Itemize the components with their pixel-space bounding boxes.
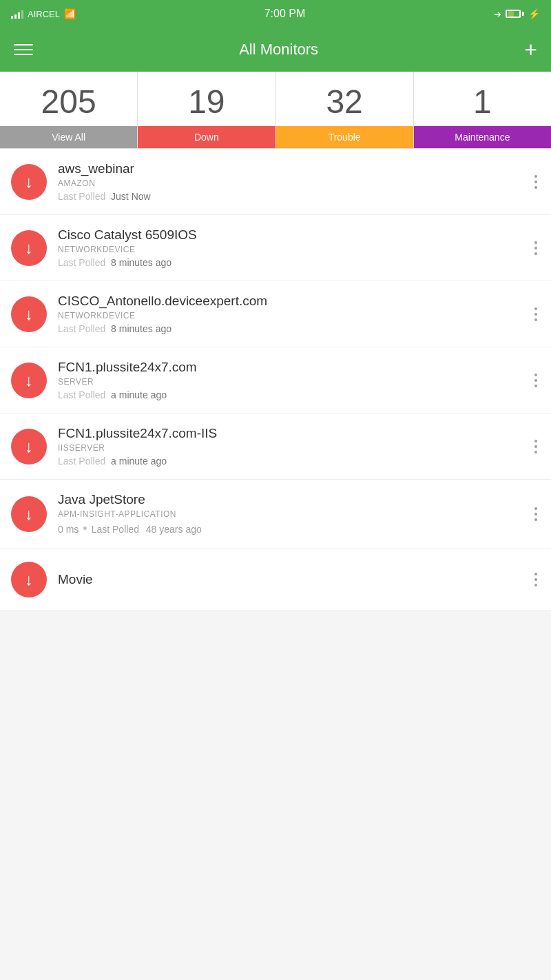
status-icon-down: ↓ [11,296,47,332]
response-time: 0 ms [58,524,79,535]
monitor-name: FCN1.plussite24x7.com-IIS [58,426,521,441]
status-bar-left: AIRCEL 📶 [11,8,76,19]
monitor-list: ↓ aws_webinar AMAZON Last Polled Just No… [0,149,551,610]
stat-label-down[interactable]: Down [138,126,275,148]
charging-icon: ⚡ [528,8,540,19]
more-options-button[interactable] [532,437,540,456]
more-options-button[interactable] [532,504,540,524]
stat-number-down: 19 [138,72,275,126]
stat-number-trouble: 32 [276,72,413,126]
monitor-info: CISCO_Antonello.deviceexpert.com NETWORK… [58,294,521,334]
monitor-item-fcn1-plussite[interactable]: ↓ FCN1.plussite24x7.com SERVER Last Poll… [0,347,551,414]
more-options-button[interactable] [532,238,540,258]
status-icon-down: ↓ [11,496,47,532]
menu-button[interactable] [14,44,33,55]
monitor-info: Movie [58,572,521,587]
monitor-name: Movie [58,572,521,587]
monitor-name: FCN1.plussite24x7.com [58,360,521,375]
monitor-name: Cisco Catalyst 6509IOS [58,227,521,243]
monitor-poll: Last Polled Just Now [58,191,521,202]
status-bar-time: 7:00 PM [264,8,306,20]
monitor-name: CISCO_Antonello.deviceexpert.com [58,294,521,309]
monitor-info: Java JpetStore APM-Insight-Application 0… [58,492,521,536]
monitor-item-cisco-catalyst[interactable]: ↓ Cisco Catalyst 6509IOS NETWORKDEVICE L… [0,215,551,281]
battery-icon [506,10,524,18]
monitor-poll: Last Polled 8 minutes ago [58,323,521,334]
stat-card-maintenance[interactable]: 1 Maintenance [414,72,551,148]
monitor-type: IISSERVER [58,443,521,453]
monitor-item-fcn1-plussite-iis[interactable]: ↓ FCN1.plussite24x7.com-IIS IISSERVER La… [0,414,551,480]
monitor-type: NETWORKDEVICE [58,245,521,254]
status-icon-down: ↓ [11,429,47,465]
status-icon-down: ↓ [11,164,47,200]
monitor-poll: Last Polled 8 minutes ago [58,257,521,268]
stats-row: 205 View All 19 Down 32 Trouble 1 Mainte… [0,72,551,149]
stat-number-view-all: 205 [0,72,137,126]
more-options-button[interactable] [532,570,540,589]
status-icon-down: ↓ [11,230,47,266]
add-monitor-button[interactable]: + [524,37,537,63]
stat-label-trouble[interactable]: Trouble [276,126,413,148]
monitor-type: AMAZON [58,178,521,188]
monitor-extra: 0 ms • Last Polled 48 years ago [58,522,521,536]
monitor-info: FCN1.plussite24x7.com-IIS IISSERVER Last… [58,426,521,467]
status-bar: AIRCEL 📶 7:00 PM ➔ ⚡ [0,0,551,28]
wifi-icon: 📶 [64,8,76,19]
monitor-info: FCN1.plussite24x7.com SERVER Last Polled… [58,360,521,400]
stat-card-down[interactable]: 19 Down [138,72,276,148]
more-options-button[interactable] [532,371,540,390]
carrier-name: AIRCEL [28,9,60,19]
monitor-item-movie[interactable]: ↓ Movie [0,549,551,610]
stat-label-view-all[interactable]: View All [0,126,137,148]
more-options-button[interactable] [532,172,540,192]
stat-card-trouble[interactable]: 32 Trouble [276,72,414,148]
monitor-info: Cisco Catalyst 6509IOS NETWORKDEVICE Las… [58,227,521,268]
monitor-poll: Last Polled a minute ago [58,389,521,400]
monitor-type: SERVER [58,377,521,387]
page-title: All Monitors [239,41,318,59]
stat-number-maintenance: 1 [414,72,551,126]
monitor-item-java-jpetstore[interactable]: ↓ Java JpetStore APM-Insight-Application… [0,480,551,549]
status-icon-down: ↓ [11,562,47,598]
status-bar-right: ➔ ⚡ [494,8,540,19]
monitor-info: aws_webinar AMAZON Last Polled Just Now [58,161,521,202]
monitor-type: NETWORKDEVICE [58,311,521,320]
app-header: All Monitors + [0,28,551,72]
status-icon-down: ↓ [11,363,47,398]
more-options-button[interactable] [532,305,540,324]
signal-icon [11,9,23,19]
monitor-item-aws-webinar[interactable]: ↓ aws_webinar AMAZON Last Polled Just No… [0,149,551,215]
stat-label-maintenance[interactable]: Maintenance [414,126,551,148]
monitor-type: APM-Insight-Application [58,509,521,519]
monitor-item-cisco-antonello[interactable]: ↓ CISCO_Antonello.deviceexpert.com NETWO… [0,281,551,347]
location-icon: ➔ [494,9,501,19]
monitor-poll: Last Polled a minute ago [58,456,521,467]
monitor-name: aws_webinar [58,161,521,176]
stat-card-view-all[interactable]: 205 View All [0,72,138,148]
monitor-name: Java JpetStore [58,492,521,507]
